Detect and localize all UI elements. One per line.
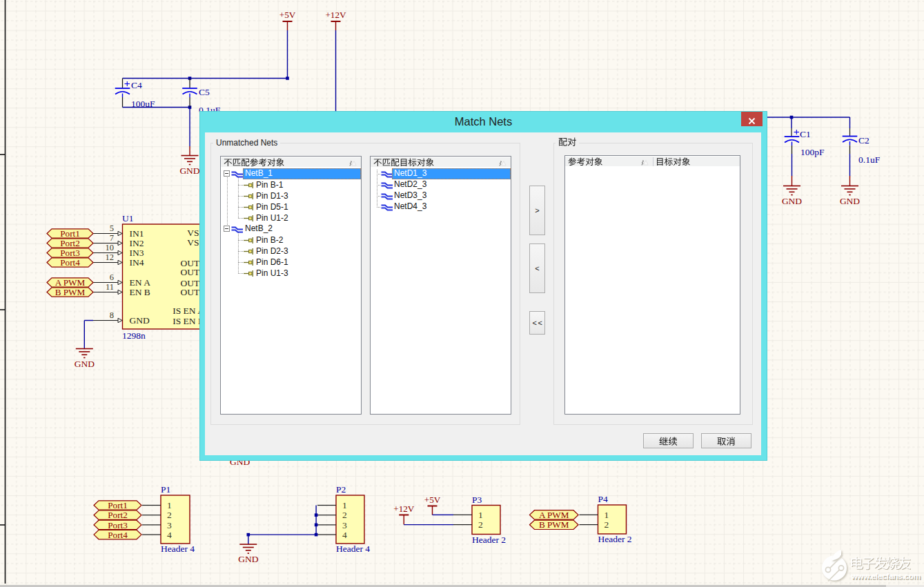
svg-text:1: 1 (604, 510, 609, 520)
svg-text:P4: P4 (598, 494, 609, 504)
svg-text:GND: GND (75, 359, 95, 369)
svg-text:4: 4 (167, 530, 172, 540)
svg-text:IN4: IN4 (130, 257, 144, 268)
svg-text:Header 2: Header 2 (472, 535, 506, 545)
svg-text:C5: C5 (199, 87, 210, 97)
svg-text:7: 7 (110, 233, 114, 243)
svg-text:GND: GND (130, 315, 150, 326)
svg-text:2: 2 (167, 510, 172, 520)
svg-text:GND: GND (179, 166, 199, 176)
svg-text:4: 4 (342, 530, 347, 540)
svg-text:2: 2 (604, 519, 609, 530)
svg-text:1298n: 1298n (122, 330, 146, 341)
svg-text:0.1uF: 0.1uF (858, 155, 881, 165)
svg-text:C2: C2 (858, 135, 869, 146)
svg-text:C1: C1 (800, 129, 811, 139)
svg-text:IN3: IN3 (130, 248, 144, 258)
svg-text:Port2: Port2 (60, 238, 80, 248)
svg-text:5: 5 (110, 223, 114, 233)
svg-text:6: 6 (110, 272, 114, 282)
svg-text:11: 11 (106, 282, 114, 292)
svg-text:Port4: Port4 (60, 257, 80, 268)
svg-text:A PWM: A PWM (55, 277, 86, 288)
svg-text:+5V: +5V (279, 10, 296, 20)
svg-text:EN A: EN A (130, 277, 151, 288)
svg-text:EN B: EN B (130, 287, 150, 297)
svg-text:Port3: Port3 (108, 520, 128, 530)
svg-text:IN2: IN2 (130, 238, 144, 248)
svg-text:P3: P3 (472, 495, 482, 505)
svg-text:10: 10 (106, 243, 115, 252)
svg-text:+12V: +12V (325, 10, 346, 20)
svg-text:P2: P2 (336, 484, 346, 495)
svg-text:A PWM: A PWM (539, 510, 569, 520)
svg-text:GND: GND (840, 196, 860, 206)
svg-text:B PWM: B PWM (55, 287, 86, 297)
svg-text:IN1: IN1 (130, 228, 144, 239)
svg-text:1: 1 (478, 510, 483, 520)
svg-text:GND: GND (238, 554, 258, 564)
svg-text:P1: P1 (161, 484, 170, 495)
svg-text:3: 3 (342, 520, 347, 530)
svg-text:8: 8 (110, 310, 114, 320)
svg-text:+12V: +12V (393, 504, 415, 514)
svg-text:12: 12 (106, 252, 115, 262)
svg-text:100pF: 100pF (800, 147, 825, 157)
svg-text:1: 1 (342, 500, 347, 510)
svg-text:1: 1 (167, 500, 172, 510)
svg-text:Header 4: Header 4 (336, 544, 370, 554)
svg-text:Port4: Port4 (108, 530, 128, 540)
svg-text:2: 2 (342, 510, 347, 520)
svg-text:Port3: Port3 (60, 248, 80, 258)
svg-text:3: 3 (167, 520, 172, 530)
svg-text:+5V: +5V (424, 495, 441, 505)
svg-text:U1: U1 (122, 213, 134, 223)
svg-text:Port1: Port1 (108, 500, 128, 510)
svg-text:Header 2: Header 2 (598, 534, 632, 544)
svg-text:GND: GND (782, 196, 802, 206)
svg-text:C4: C4 (131, 80, 142, 90)
svg-text:Port2: Port2 (108, 510, 128, 520)
svg-text:2: 2 (478, 519, 483, 530)
svg-text:Port1: Port1 (60, 228, 80, 239)
svg-text:B PWM: B PWM (539, 519, 569, 530)
svg-text:Header 4: Header 4 (161, 544, 195, 554)
